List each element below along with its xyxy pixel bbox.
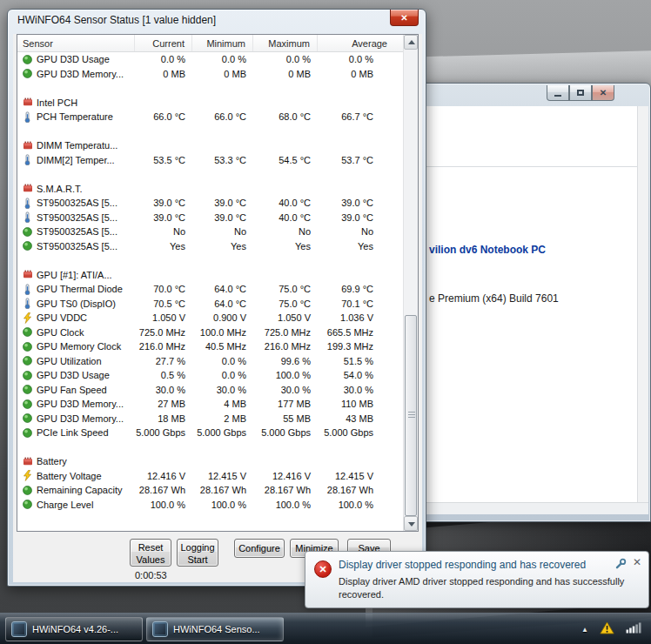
sensor-row[interactable]: ST9500325AS [5...39.0 °C39.0 °C40.0 °C39… [17, 211, 403, 225]
sensor-row[interactable]: Charge Level100.0 %100.0 %100.0 %100.0 % [17, 498, 403, 513]
section-row[interactable]: GPU [#1]: ATI/A... [17, 268, 403, 283]
sensor-row[interactable]: Remaining Capacity28.167 Wh28.167 Wh28.1… [17, 483, 403, 498]
sensor-label: DIMM[2] Temper... [37, 155, 115, 165]
section-row[interactable]: S.M.A.R.T. [17, 182, 403, 197]
sensor-row[interactable]: GPU Utilization27.7 %0.0 %99.6 %51.5 % [17, 354, 403, 369]
network-tray-icon[interactable] [626, 621, 642, 637]
summary-scrollbar[interactable] [637, 106, 648, 502]
value-cell: 66.0 °C [192, 111, 253, 122]
sensor-label: PCIe Link Speed [37, 427, 109, 438]
value-cell: 725.0 MHz [253, 327, 318, 338]
taskbar-button-hwinfo-sensors[interactable]: HWiNFO64 Senso... [146, 617, 284, 641]
sensor-row[interactable]: Battery Voltage12.416 V12.415 V12.416 V1… [17, 469, 403, 484]
blank-row [17, 81, 403, 96]
value-cell: 100.0 % [253, 370, 318, 380]
reset-values-button[interactable]: Reset Values [130, 539, 171, 567]
value-cell: 665.5 MHz [318, 327, 403, 338]
column-header-current[interactable]: Current [135, 35, 192, 51]
column-header-maximum[interactable]: Maximum [253, 35, 318, 51]
sensor-table-body: GPU D3D Usage0.0 %0.0 %0.0 %0.0 %GPU D3D… [17, 52, 403, 531]
sensor-label: GPU D3D Memory... [37, 399, 124, 409]
blank-row [17, 167, 403, 182]
computer-model-text: vilion dv6 Notebook PC [429, 244, 546, 256]
sensor-row[interactable]: ST9500325AS [5...NoNoNoNo [17, 225, 403, 239]
close-button[interactable]: ✕ [592, 85, 614, 101]
sensor-name-cell: GPU Thermal Diode [17, 284, 135, 295]
logging-start-button[interactable]: Logging Start [177, 539, 218, 567]
column-header-minimum[interactable]: Minimum [192, 35, 253, 51]
sensor-row[interactable]: GPU D3D Memory...27 MB4 MB177 MB110 MB [17, 397, 403, 412]
value-cell: 28.167 Wh [253, 485, 318, 495]
sensor-row[interactable]: PCH Temperature66.0 °C66.0 °C68.0 °C66.7… [17, 110, 403, 124]
taskbar-button-hwinfo-main[interactable]: HWiNFO64 v4.26-... [5, 617, 143, 641]
sensor-row[interactable]: GPU Fan Speed30.0 %30.0 %30.0 %30.0 % [17, 383, 403, 398]
sensor-row[interactable]: DIMM[2] Temper...53.5 °C53.3 °C54.5 °C53… [17, 153, 403, 168]
sensor-label: PCH Temperature [37, 111, 113, 122]
maximize-button[interactable] [569, 85, 592, 101]
sensor-name-cell: S.M.A.R.T. [17, 184, 135, 194]
sensor-row[interactable]: GPU D3D Usage0.5 %0.0 %100.0 %54.0 % [17, 368, 403, 383]
configure-button[interactable]: Configure [234, 539, 285, 558]
value-cell: 39.0 °C [192, 198, 253, 208]
desktop: ✕ vilion dv6 Notebook PC e Premium (x64)… [0, 0, 651, 644]
summary-content: vilion dv6 Notebook PC e Premium (x64) B… [404, 106, 648, 514]
value-cell: 12.416 V [135, 471, 192, 481]
sensor-label: DIMM Temperatu... [37, 140, 117, 151]
sensor-category-icon [22, 270, 33, 279]
sensor-label: GPU Thermal Diode [37, 284, 123, 294]
scroll-thumb[interactable] [405, 315, 417, 516]
value-cell: 51.5 % [318, 356, 403, 366]
sensor-row[interactable]: GPU D3D Usage0.0 %0.0 %0.0 %0.0 % [17, 52, 403, 67]
sensor-row[interactable]: ST9500325AS [5...YesYesYesYes [17, 239, 403, 254]
wrench-icon[interactable] [614, 558, 627, 570]
sensor-row[interactable]: ST9500325AS [5...39.0 °C39.0 °C40.0 °C39… [17, 196, 403, 211]
close-button[interactable]: ✕ [390, 10, 419, 26]
table-scrollbar[interactable] [403, 35, 418, 531]
minimize-button[interactable] [547, 85, 569, 101]
sensor-name-cell: Intel PCH [17, 97, 135, 108]
blank-row [17, 124, 403, 139]
sensor-label: GPU [#1]: ATI/A... [37, 270, 112, 280]
value-cell: 64.0 °C [192, 284, 253, 294]
value-cell: 12.416 V [253, 471, 318, 481]
section-row[interactable]: DIMM Temperatu... [17, 138, 403, 153]
value-cell: 199.3 MHz [318, 341, 403, 352]
sensor-label: S.M.A.R.T. [37, 184, 83, 194]
sensor-row[interactable]: GPU VDDC1.050 V0.900 V1.050 V1.036 V [17, 311, 403, 325]
titlebar[interactable]: HWiNFO64 Sensor Status [1 value hidden] … [8, 10, 426, 32]
value-cell: 43 MB [318, 413, 403, 424]
scroll-down-button[interactable] [404, 516, 418, 531]
value-cell: No [318, 226, 403, 237]
warning-tray-icon[interactable] [600, 621, 614, 638]
value-cell: 53.3 °C [192, 155, 253, 165]
sensor-row[interactable]: GPU Memory Clock216.0 MHz40.5 MHz216.0 M… [17, 339, 403, 354]
value-cell: 66.0 °C [135, 111, 192, 122]
sensor-row[interactable]: GPU D3D Memory...0 MB0 MB0 MB0 MB [17, 67, 403, 82]
section-row[interactable]: Battery [17, 454, 403, 469]
sensor-row[interactable]: GPU D3D Memory...18 MB2 MB55 MB43 MB [17, 412, 403, 426]
show-hidden-icons-button[interactable]: ▲ [581, 626, 588, 634]
sensor-status-window[interactable]: HWiNFO64 Sensor Status [1 value hidden] … [7, 9, 426, 587]
sensor-row[interactable]: PCIe Link Speed5.000 Gbps5.000 Gbps5.000… [17, 426, 403, 440]
usage-icon [22, 385, 33, 394]
value-cell: 99.6 % [253, 356, 318, 366]
value-cell: 40.0 °C [253, 198, 318, 208]
close-icon: ✕ [600, 89, 607, 97]
thermometer-icon [22, 211, 33, 223]
close-icon[interactable]: ✕ [633, 557, 641, 567]
hwinfo-summary-window[interactable]: ✕ vilion dv6 Notebook PC e Premium (x64)… [396, 83, 651, 522]
sensor-category-icon [22, 184, 33, 193]
notification-balloon[interactable]: ✕ Display driver stopped responding and … [305, 551, 649, 608]
sensor-row[interactable]: GPU Thermal Diode70.0 °C64.0 °C75.0 °C69… [17, 282, 403, 297]
sensor-row[interactable]: GPU TS0 (DispIO)70.5 °C64.0 °C75.0 °C70.… [17, 297, 403, 312]
scroll-up-button[interactable] [404, 35, 418, 50]
caption-buttons: ✕ [547, 85, 614, 101]
value-cell: 69.9 °C [318, 284, 403, 294]
value-cell: 53.5 °C [135, 155, 192, 165]
maximize-icon [577, 90, 584, 96]
section-row[interactable]: Intel PCH [17, 96, 403, 111]
sensor-row[interactable]: GPU Clock725.0 MHz100.0 MHz725.0 MHz665.… [17, 325, 403, 340]
sensor-label: GPU D3D Memory... [37, 69, 124, 79]
column-header-sensor[interactable]: Sensor [17, 35, 135, 51]
sensor-name-cell: Battery [17, 456, 135, 466]
